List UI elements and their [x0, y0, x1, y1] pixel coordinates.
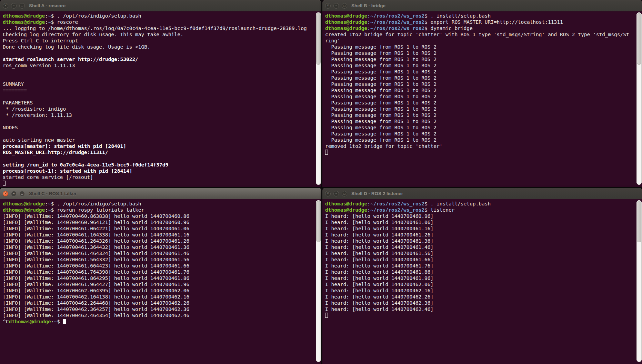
terminal-line: I heard: [hello world 1440700461.06] [325, 219, 636, 225]
scrollbar-thumb[interactable] [637, 13, 641, 65]
terminal-line: I heard: [hello world 1440700461.66] [325, 256, 636, 263]
scrollbar-thumb[interactable] [637, 201, 641, 242]
terminal-line: ros_comm version 1.11.13 [3, 62, 315, 69]
terminal-line: Passing message from ROS 1 to ROS 2 [325, 118, 636, 124]
terminal-line: started roslaunch server http://drudge:5… [3, 56, 315, 62]
terminal-line: Checking log directory for disk usage. T… [3, 31, 315, 38]
minimize-button[interactable]: − [333, 191, 339, 196]
terminal-line: ======== [3, 87, 315, 93]
scrollbar-track[interactable] [316, 200, 321, 362]
terminal-line: I heard: [hello world 1440700462.46] [325, 306, 636, 312]
terminal-line: [INFO] [WallTime: 1440700460.964121] hel… [3, 219, 315, 225]
terminal-line: I heard: [hello world 1440700461.16] [325, 225, 636, 232]
scrollbar-track[interactable] [316, 12, 321, 185]
terminal-line: I heard: [hello world 1440700461.56] [325, 250, 636, 256]
terminal-line: Done checking log file disk usage. Usage… [3, 44, 315, 50]
maximize-button[interactable]: ▢ [19, 3, 25, 9]
terminal-line [3, 69, 315, 75]
maximize-button[interactable]: ▢ [342, 191, 347, 196]
terminal-window-shell-b: ✕ − ▢ Shell B - bridge dthomas@drudge:~/… [322, 0, 642, 187]
terminal-line: * /rosversion: 1.11.13 [3, 112, 315, 118]
terminal-line [3, 180, 315, 186]
terminal-line: process[master]: started with pid [28401… [3, 143, 315, 149]
window-controls: ✕ − ▢ [325, 3, 347, 9]
terminal-line: started core service [/rosout] [3, 174, 315, 180]
terminal-line: Passing message from ROS 1 to ROS 2 [325, 93, 636, 100]
terminal-line: Passing message from ROS 1 to ROS 2 [325, 44, 636, 50]
window-controls: ✕ − ▢ [325, 191, 347, 196]
terminal-line: Passing message from ROS 1 to ROS 2 [325, 137, 636, 143]
terminal-line: auto-starting new master [3, 137, 315, 143]
close-button[interactable]: ✕ [3, 191, 8, 196]
scrollbar-track[interactable] [636, 200, 642, 362]
terminal-cursor [325, 313, 328, 318]
terminal-line: Passing message from ROS 1 to ROS 2 [325, 56, 636, 62]
terminal-window-shell-c: ✕ − ▢ Shell C - ROS 1 talker dthomas@dru… [0, 188, 321, 364]
maximize-icon: ▢ [21, 192, 23, 195]
terminal-line: Passing message from ROS 1 to ROS 2 [325, 106, 636, 112]
terminal-line: [INFO] [WallTime: 1440700462.364257] hel… [3, 306, 315, 312]
terminal-line: [INFO] [WallTime: 1440700461.664423] hel… [3, 263, 315, 269]
terminal-window-shell-a: ✕ − ▢ Shell A - roscore dthomas@drudge:~… [0, 0, 321, 187]
terminal-line: I heard: [hello world 1440700461.26] [325, 232, 636, 238]
minimize-icon: − [335, 192, 337, 195]
terminal-line: [INFO] [WallTime: 1440700461.164338] hel… [3, 232, 315, 238]
titlebar-shell-a[interactable]: ✕ − ▢ Shell A - roscore [0, 0, 321, 11]
minimize-button[interactable]: − [333, 3, 339, 9]
terminal-line: I heard: [hello world 1440700462.26] [325, 294, 636, 300]
minimize-button[interactable]: − [11, 3, 17, 9]
terminal-line: dthomas@drudge:~/ros/ros2/ws_ros2$ expor… [325, 19, 636, 25]
terminal-line: [INFO] [WallTime: 1440700461.364432] hel… [3, 244, 315, 250]
titlebar-shell-b[interactable]: ✕ − ▢ Shell B - bridge [322, 0, 642, 11]
scrollbar-thumb[interactable] [316, 201, 321, 242]
terminal-line: [INFO] [WallTime: 1440700462.464354] hel… [3, 312, 315, 318]
close-button[interactable]: ✕ [325, 191, 331, 196]
terminal-line: Passing message from ROS 1 to ROS 2 [325, 50, 636, 56]
maximize-button[interactable]: ▢ [19, 191, 25, 196]
terminal-line: ^Cdthomas@drudge:~$ [3, 318, 315, 325]
window-title: Shell A - roscore [29, 3, 66, 8]
terminal-line: I heard: [hello world 1440700460.96] [325, 213, 636, 219]
terminal-line: I heard: [hello world 1440700462.36] [325, 300, 636, 306]
terminal-line: I heard: [hello world 1440700462.06] [325, 281, 636, 287]
terminal-line: dthomas@drudge:~/ros/ros2/ws_ros2$ liste… [325, 207, 636, 213]
terminal-line: Passing message from ROS 1 to ROS 2 [325, 112, 636, 118]
minimize-button[interactable]: − [11, 191, 17, 196]
terminal-output: dthomas@drudge:~/ros/ros2/ws_ros2$ . ins… [322, 199, 636, 364]
terminal-line: I heard: [hello world 1440700461.76] [325, 263, 636, 269]
terminal-window-shell-d: ✕ − ▢ Shell D - ROS 2 listener dthomas@d… [322, 188, 642, 364]
terminal-cursor [325, 150, 328, 155]
terminal-line [3, 75, 315, 81]
titlebar-shell-c[interactable]: ✕ − ▢ Shell C - ROS 1 talker [0, 188, 321, 199]
terminal-line: I heard: [hello world 1440700461.86] [325, 269, 636, 275]
titlebar-shell-d[interactable]: ✕ − ▢ Shell D - ROS 2 listener [322, 188, 642, 199]
window-title: Shell C - ROS 1 talker [29, 191, 77, 196]
close-icon: ✕ [327, 192, 329, 195]
maximize-button[interactable]: ▢ [342, 3, 347, 9]
terminal-line: I heard: [hello world 1440700461.36] [325, 238, 636, 244]
terminal-line: ROS_MASTER_URI=http://drudge:11311/ [3, 149, 315, 155]
maximize-icon: ▢ [21, 4, 23, 7]
terminal-output: dthomas@drudge:~$ . /opt/ros/indigo/setu… [0, 199, 315, 364]
terminal-line: setting /run_id to 0a7c0c4a-4cea-11e5-bc… [3, 162, 315, 168]
scrollbar-track[interactable] [636, 12, 642, 185]
terminal-line: dthomas@drudge:~$ . /opt/ros/indigo/setu… [3, 13, 315, 19]
close-button[interactable]: ✕ [325, 3, 331, 9]
minimize-icon: − [13, 192, 14, 195]
terminal-line: * /rosdistro: indigo [3, 106, 315, 112]
terminal-line: [INFO] [WallTime: 1440700460.863838] hel… [3, 213, 315, 219]
terminal-cursor [3, 181, 6, 186]
terminal-output: dthomas@drudge:~$ . /opt/ros/indigo/setu… [0, 11, 315, 187]
terminal-line: [INFO] [WallTime: 1440700462.064395] hel… [3, 287, 315, 294]
terminal-line [3, 155, 315, 162]
close-button[interactable]: ✕ [3, 3, 8, 9]
terminal-line: [INFO] [WallTime: 1440700461.064221] hel… [3, 225, 315, 232]
minimize-icon: − [13, 4, 14, 7]
terminal-line: ... logging to /home/dthomas/.ros/log/0a… [3, 25, 315, 31]
terminal-line: Passing message from ROS 1 to ROS 2 [325, 124, 636, 131]
terminal-line: dthomas@drudge:~$ rosrun rospy_tutorials… [3, 207, 315, 213]
terminal-line: dthomas@drudge:~$ roscore [3, 19, 315, 25]
terminal-line: [INFO] [WallTime: 1440700461.464324] hel… [3, 250, 315, 256]
terminal-line: removed 1to2 bridge for topic 'chatter' [325, 143, 636, 149]
scrollbar-thumb[interactable] [316, 13, 321, 65]
